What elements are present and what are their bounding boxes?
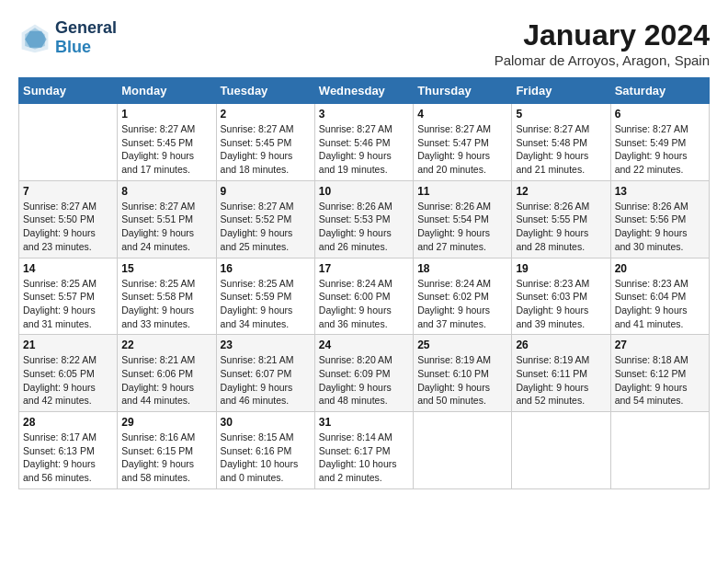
calendar-cell: 26Sunrise: 8:19 AMSunset: 6:11 PMDayligh… [512, 335, 610, 412]
calendar-cell: 20Sunrise: 8:23 AMSunset: 6:04 PMDayligh… [610, 258, 709, 335]
day-info: Sunrise: 8:23 AMSunset: 6:04 PMDaylight:… [615, 277, 705, 331]
day-info: Sunrise: 8:23 AMSunset: 6:03 PMDaylight:… [516, 277, 606, 331]
calendar-cell: 14Sunrise: 8:25 AMSunset: 5:57 PMDayligh… [19, 258, 118, 335]
calendar-cell: 7Sunrise: 8:27 AMSunset: 5:50 PMDaylight… [19, 180, 118, 258]
title-block: January 2024 Palomar de Arroyos, Aragon,… [495, 18, 710, 68]
day-number: 14 [23, 262, 113, 275]
day-number: 25 [417, 339, 507, 351]
day-number: 3 [319, 108, 409, 121]
calendar-cell: 28Sunrise: 8:17 AMSunset: 6:13 PMDayligh… [19, 412, 118, 489]
calendar-cell: 3Sunrise: 8:27 AMSunset: 5:46 PMDaylight… [314, 104, 413, 181]
day-number: 30 [221, 416, 311, 429]
header-tuesday: Tuesday [216, 78, 314, 104]
day-number: 12 [516, 185, 606, 198]
calendar-week-row: 1Sunrise: 8:27 AMSunset: 5:45 PMDaylight… [19, 104, 710, 181]
day-number: 28 [23, 416, 113, 429]
calendar-cell: 4Sunrise: 8:27 AMSunset: 5:47 PMDaylight… [414, 104, 512, 181]
day-info: Sunrise: 8:26 AMSunset: 5:55 PMDaylight:… [516, 200, 606, 254]
calendar-cell: 15Sunrise: 8:25 AMSunset: 5:58 PMDayligh… [118, 258, 216, 335]
day-info: Sunrise: 8:22 AMSunset: 6:05 PMDaylight:… [23, 353, 113, 408]
calendar-cell: 31Sunrise: 8:14 AMSunset: 6:17 PMDayligh… [314, 412, 413, 489]
day-info: Sunrise: 8:19 AMSunset: 6:10 PMDaylight:… [417, 353, 507, 408]
day-info: Sunrise: 8:27 AMSunset: 5:49 PMDaylight:… [615, 122, 705, 177]
calendar-cell: 23Sunrise: 8:21 AMSunset: 6:07 PMDayligh… [216, 335, 314, 412]
calendar-cell: 17Sunrise: 8:24 AMSunset: 6:00 PMDayligh… [314, 258, 413, 335]
day-number: 1 [121, 108, 211, 121]
day-number: 4 [417, 108, 507, 121]
day-number: 10 [319, 185, 409, 198]
day-info: Sunrise: 8:27 AMSunset: 5:47 PMDaylight:… [417, 122, 507, 177]
calendar-cell: 24Sunrise: 8:20 AMSunset: 6:09 PMDayligh… [314, 335, 413, 412]
day-info: Sunrise: 8:15 AMSunset: 6:16 PMDaylight:… [221, 431, 311, 485]
calendar-cell: 11Sunrise: 8:26 AMSunset: 5:54 PMDayligh… [414, 180, 512, 258]
day-info: Sunrise: 8:24 AMSunset: 6:02 PMDaylight:… [417, 277, 507, 331]
day-info: Sunrise: 8:26 AMSunset: 5:53 PMDaylight:… [319, 200, 409, 254]
day-number: 23 [221, 339, 311, 351]
calendar-cell [414, 412, 512, 489]
calendar-cell [19, 104, 118, 181]
header-wednesday: Wednesday [314, 78, 413, 104]
calendar-cell: 6Sunrise: 8:27 AMSunset: 5:49 PMDaylight… [610, 104, 709, 181]
day-number: 15 [121, 262, 211, 275]
day-info: Sunrise: 8:16 AMSunset: 6:15 PMDaylight:… [121, 431, 211, 485]
day-number: 31 [319, 416, 409, 429]
day-number: 16 [221, 262, 311, 275]
calendar-cell: 27Sunrise: 8:18 AMSunset: 6:12 PMDayligh… [610, 335, 709, 412]
day-info: Sunrise: 8:26 AMSunset: 5:56 PMDaylight:… [615, 200, 705, 254]
calendar-cell: 9Sunrise: 8:27 AMSunset: 5:52 PMDaylight… [216, 180, 314, 258]
calendar-cell: 18Sunrise: 8:24 AMSunset: 6:02 PMDayligh… [414, 258, 512, 335]
day-info: Sunrise: 8:21 AMSunset: 6:06 PMDaylight:… [121, 353, 211, 408]
day-number: 21 [23, 339, 113, 351]
header-monday: Monday [118, 78, 216, 104]
calendar-cell: 1Sunrise: 8:27 AMSunset: 5:45 PMDaylight… [118, 104, 216, 181]
day-info: Sunrise: 8:25 AMSunset: 5:57 PMDaylight:… [23, 277, 113, 331]
day-number: 8 [121, 185, 211, 198]
logo: General Blue [18, 18, 117, 57]
calendar-cell: 30Sunrise: 8:15 AMSunset: 6:16 PMDayligh… [216, 412, 314, 489]
day-info: Sunrise: 8:19 AMSunset: 6:11 PMDaylight:… [516, 353, 606, 408]
location: Palomar de Arroyos, Aragon, Spain [495, 52, 710, 68]
calendar-week-row: 28Sunrise: 8:17 AMSunset: 6:13 PMDayligh… [19, 412, 710, 489]
calendar-cell: 13Sunrise: 8:26 AMSunset: 5:56 PMDayligh… [610, 180, 709, 258]
day-number: 19 [516, 262, 606, 275]
day-info: Sunrise: 8:18 AMSunset: 6:12 PMDaylight:… [615, 353, 705, 408]
day-info: Sunrise: 8:24 AMSunset: 6:00 PMDaylight:… [319, 277, 409, 331]
day-info: Sunrise: 8:27 AMSunset: 5:46 PMDaylight:… [319, 122, 409, 177]
calendar-cell: 16Sunrise: 8:25 AMSunset: 5:59 PMDayligh… [216, 258, 314, 335]
calendar-cell: 5Sunrise: 8:27 AMSunset: 5:48 PMDaylight… [512, 104, 610, 181]
day-info: Sunrise: 8:27 AMSunset: 5:48 PMDaylight:… [516, 122, 606, 177]
day-info: Sunrise: 8:17 AMSunset: 6:13 PMDaylight:… [23, 431, 113, 485]
day-number: 6 [615, 108, 705, 121]
calendar-cell [512, 412, 610, 489]
day-number: 26 [516, 339, 606, 351]
day-number: 20 [615, 262, 705, 275]
day-info: Sunrise: 8:27 AMSunset: 5:45 PMDaylight:… [221, 122, 311, 177]
day-number: 18 [417, 262, 507, 275]
calendar-header-row: SundayMondayTuesdayWednesdayThursdayFrid… [19, 78, 710, 104]
day-number: 7 [23, 185, 113, 198]
day-info: Sunrise: 8:25 AMSunset: 5:58 PMDaylight:… [121, 277, 211, 331]
day-number: 2 [221, 108, 311, 121]
month-title: January 2024 [495, 18, 710, 52]
day-number: 9 [221, 185, 311, 198]
day-info: Sunrise: 8:21 AMSunset: 6:07 PMDaylight:… [221, 353, 311, 408]
day-number: 29 [121, 416, 211, 429]
day-number: 11 [417, 185, 507, 198]
day-info: Sunrise: 8:25 AMSunset: 5:59 PMDaylight:… [221, 277, 311, 331]
calendar-cell: 2Sunrise: 8:27 AMSunset: 5:45 PMDaylight… [216, 104, 314, 181]
day-info: Sunrise: 8:20 AMSunset: 6:09 PMDaylight:… [319, 353, 409, 408]
header-sunday: Sunday [19, 78, 118, 104]
day-number: 22 [121, 339, 211, 351]
calendar-week-row: 14Sunrise: 8:25 AMSunset: 5:57 PMDayligh… [19, 258, 710, 335]
page-header: General Blue January 2024 Palomar de Arr… [18, 18, 710, 68]
calendar-cell: 10Sunrise: 8:26 AMSunset: 5:53 PMDayligh… [314, 180, 413, 258]
calendar-cell: 8Sunrise: 8:27 AMSunset: 5:51 PMDaylight… [118, 180, 216, 258]
day-number: 24 [319, 339, 409, 351]
calendar-cell: 12Sunrise: 8:26 AMSunset: 5:55 PMDayligh… [512, 180, 610, 258]
day-info: Sunrise: 8:27 AMSunset: 5:45 PMDaylight:… [121, 122, 211, 177]
calendar-cell [610, 412, 709, 489]
day-info: Sunrise: 8:26 AMSunset: 5:54 PMDaylight:… [417, 200, 507, 254]
calendar-cell: 21Sunrise: 8:22 AMSunset: 6:05 PMDayligh… [19, 335, 118, 412]
day-number: 13 [615, 185, 705, 198]
day-info: Sunrise: 8:27 AMSunset: 5:52 PMDaylight:… [221, 200, 311, 254]
